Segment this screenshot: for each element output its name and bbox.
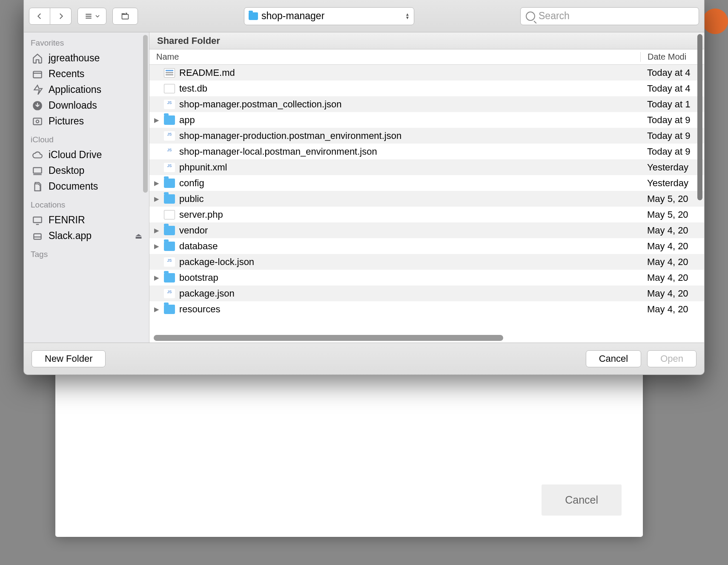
file-date: May 4, 20 (640, 288, 704, 299)
sidebar-item[interactable]: Downloads (24, 98, 149, 113)
home-icon (32, 53, 43, 63)
disk-icon (32, 231, 43, 241)
sidebar-item-label: Pictures (49, 115, 84, 127)
forward-button[interactable] (50, 8, 72, 25)
file-row[interactable]: ▶ app Today at 9 (149, 112, 704, 128)
file-list: README.md Today at 4 test.db Today at 4 … (149, 65, 704, 343)
col-name[interactable]: Name (149, 52, 640, 62)
folder-icon (164, 273, 175, 282)
sidebar-item-label: Documents (49, 181, 98, 192)
file-row[interactable]: ▶ resources May 4, 20 (149, 301, 704, 317)
dialog-toolbar: shop-manager ▲▼ Search (24, 0, 704, 32)
desktop-icon (32, 166, 43, 176)
disclosure-triangle[interactable]: ▶ (149, 116, 164, 124)
file-name: server.php (179, 209, 640, 220)
file-icon (164, 257, 175, 267)
sidebar-item[interactable]: Pictures (24, 113, 149, 129)
disclosure-triangle[interactable]: ▶ (149, 274, 164, 282)
file-row[interactable]: ▶ config Yesterday (149, 175, 704, 191)
file-row[interactable]: shop-manager-production.postman_environm… (149, 128, 704, 144)
svg-rect-1 (33, 71, 42, 78)
file-row[interactable]: test.db Today at 4 (149, 81, 704, 96)
sidebar-item[interactable]: Documents (24, 179, 149, 194)
file-date: May 4, 20 (640, 257, 704, 268)
file-name: bootstrap (179, 272, 640, 283)
folder-icon (164, 242, 175, 251)
disclosure-triangle[interactable]: ▶ (149, 306, 164, 313)
file-name: shop-manager-production.postman_environm… (179, 130, 640, 141)
file-row[interactable]: package.json May 4, 20 (149, 285, 704, 301)
sidebar-section-label: iCloud (24, 129, 149, 147)
file-row[interactable]: package-lock.json May 4, 20 (149, 254, 704, 270)
search-placeholder: Search (539, 10, 570, 22)
svg-rect-3 (33, 118, 42, 124)
file-row[interactable]: shop-manager-local.postman_environment.j… (149, 144, 704, 159)
sidebar-item-label: FENRIR (49, 214, 85, 226)
back-button[interactable] (29, 8, 50, 25)
sidebar-section-label: Locations (24, 194, 149, 212)
sidebar-item-label: Slack.app (49, 230, 92, 242)
file-name: test.db (179, 83, 640, 94)
group-button[interactable] (112, 8, 138, 25)
disclosure-triangle[interactable]: ▶ (149, 242, 164, 250)
open-button[interactable]: Open (647, 350, 696, 367)
file-row[interactable]: ▶ bootstrap May 4, 20 (149, 270, 704, 285)
bg-avatar (702, 9, 728, 34)
file-open-dialog: shop-manager ▲▼ Search Favorites jgreath… (23, 0, 705, 375)
file-name: vendor (179, 225, 640, 236)
sidebar-item-label: Desktop (49, 165, 84, 176)
file-row[interactable]: server.php May 5, 20 (149, 207, 704, 222)
horizontal-scrollbar[interactable] (154, 335, 700, 341)
path-popup[interactable]: shop-manager ▲▼ (244, 7, 414, 25)
sidebar-item[interactable]: iCloud Drive (24, 147, 149, 163)
svg-rect-6 (33, 217, 42, 222)
file-icon (164, 289, 175, 298)
sidebar-item-label: Recents (49, 68, 84, 80)
file-name: package-lock.json (179, 257, 640, 268)
file-row[interactable]: ▶ public May 5, 20 (149, 191, 704, 207)
sidebar-item[interactable]: Recents (24, 66, 149, 82)
sidebar-item[interactable]: Desktop (24, 163, 149, 179)
file-date: May 4, 20 (640, 272, 704, 283)
sidebar-item[interactable]: Slack.app ⏏ (24, 228, 149, 244)
file-icon (164, 147, 175, 156)
file-name: README.md (179, 67, 640, 78)
svg-rect-5 (33, 167, 42, 173)
disclosure-triangle[interactable]: ▶ (149, 227, 164, 234)
applications-icon (32, 85, 43, 95)
svg-rect-7 (34, 233, 41, 239)
file-icon (164, 100, 175, 109)
search-field[interactable]: Search (520, 7, 699, 25)
file-row[interactable]: shop-manager.postman_collection.json Tod… (149, 96, 704, 112)
svg-rect-0 (122, 14, 129, 19)
file-row[interactable]: ▶ database May 4, 20 (149, 238, 704, 254)
disclosure-triangle[interactable]: ▶ (149, 179, 164, 187)
sidebar-item-label: iCloud Drive (49, 149, 102, 161)
sidebar-item[interactable]: jgreathouse (24, 50, 149, 66)
sidebar-item[interactable]: FENRIR (24, 212, 149, 228)
search-icon (526, 12, 535, 21)
file-name: database (179, 241, 640, 252)
recents-icon (32, 69, 43, 79)
disclosure-triangle[interactable]: ▶ (149, 195, 164, 203)
vertical-scrollbar[interactable] (695, 34, 704, 243)
cancel-button[interactable]: Cancel (586, 350, 641, 367)
folder-icon (164, 115, 175, 125)
view-mode-button[interactable] (77, 8, 106, 25)
sidebar-item[interactable]: Applications (24, 82, 149, 98)
sidebar-scrollbar[interactable] (140, 32, 149, 343)
file-name: public (179, 193, 640, 205)
sidebar-item-label: Applications (49, 84, 101, 95)
bg-cancel-button[interactable]: Cancel (542, 484, 622, 516)
folder-icon (164, 194, 175, 204)
cloud-icon (32, 150, 43, 160)
new-folder-button[interactable]: New Folder (32, 350, 106, 367)
computer-icon (32, 215, 43, 225)
file-name: app (179, 115, 640, 126)
sidebar-section-label: Favorites (24, 32, 149, 50)
file-row[interactable]: ▶ vendor May 4, 20 (149, 222, 704, 238)
downloads-icon (32, 101, 43, 111)
file-row[interactable]: phpunit.xml Yesterday (149, 159, 704, 175)
file-row[interactable]: README.md Today at 4 (149, 65, 704, 81)
pictures-icon (32, 116, 43, 127)
